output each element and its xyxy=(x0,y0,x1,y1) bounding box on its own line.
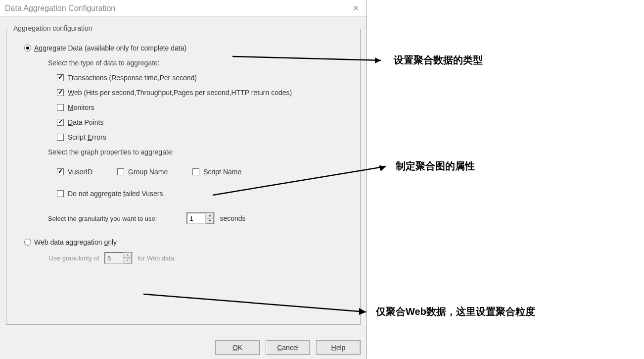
checkbox-failed[interactable]: Do not aggregate failed Vusers xyxy=(57,190,353,198)
props-row: VuserID Group Name Script Name xyxy=(57,161,353,183)
button-bar: OK Cancel Help xyxy=(215,340,361,355)
checkbox-icon[interactable] xyxy=(57,168,64,175)
cancel-button[interactable]: Cancel xyxy=(266,340,310,355)
ok-button[interactable]: OK xyxy=(215,340,260,355)
checkbox-monitors-label: Monitors xyxy=(68,103,94,111)
checkbox-icon[interactable] xyxy=(57,74,64,81)
aggregation-groupbox: Aggregation configuration Aggregate Data… xyxy=(6,29,361,325)
checkbox-groupname-label: Group Name xyxy=(128,168,168,176)
annotation-2: 制定聚合图的属性 xyxy=(396,159,475,173)
granularity-row: Select the granularity you want to use: … xyxy=(48,212,353,224)
web-only-granularity-row: Use granularity of ▲ ▼ for Web data. xyxy=(49,252,353,264)
checkbox-icon[interactable] xyxy=(192,168,199,175)
dialog-window: Data Aggregation Configuration × Aggrega… xyxy=(0,0,367,359)
svg-marker-1 xyxy=(375,57,381,63)
spinner-up-icon: ▲ xyxy=(124,253,132,258)
checkbox-scripterrors[interactable]: Script Errors xyxy=(57,133,353,141)
dialog-title: Data Aggregation Configuration xyxy=(5,4,115,13)
checkbox-datapoints[interactable]: Data Points xyxy=(57,118,353,126)
annotation-3: 仅聚合Web数据，这里设置聚合粒度 xyxy=(376,305,535,318)
close-icon[interactable]: × xyxy=(350,2,362,14)
webonly-spinner: ▲ ▼ xyxy=(104,252,133,264)
spinner-up-icon[interactable]: ▲ xyxy=(206,213,214,218)
checkbox-icon[interactable] xyxy=(57,89,64,96)
checkbox-transactions[interactable]: Transactions (Response time,Per second) xyxy=(57,74,353,82)
failed-row: Do not aggregate failed Vusers xyxy=(57,190,353,198)
checkbox-monitors[interactable]: Monitors xyxy=(57,103,353,111)
props-label: Select the graph properties to aggregate… xyxy=(48,148,353,156)
spinner-down-icon[interactable]: ▼ xyxy=(206,218,214,224)
checkbox-icon[interactable] xyxy=(57,119,64,126)
checkbox-scriptname[interactable]: Script Name xyxy=(192,168,241,176)
spinner-down-icon: ▼ xyxy=(124,258,132,263)
radio-web-only[interactable]: Web data aggregation only xyxy=(24,238,353,246)
checkbox-vuserid[interactable]: VuserID xyxy=(57,168,92,176)
checkbox-icon[interactable] xyxy=(57,134,64,141)
checkbox-icon[interactable] xyxy=(57,190,64,197)
checkbox-web[interactable]: Web (Hits per second,Throughput,Pages pe… xyxy=(57,89,353,97)
webonly-input xyxy=(105,254,123,263)
webonly-suffix: for Web data. xyxy=(138,255,176,262)
type-checklist: Transactions (Response time,Per second) … xyxy=(57,74,353,141)
radio-aggregate-data[interactable]: Aggregate Data (available only for compl… xyxy=(24,44,353,52)
checkbox-scriptname-label: Script Name xyxy=(203,168,241,176)
help-button[interactable]: Help xyxy=(316,340,361,355)
annotation-1: 设置聚合数据的类型 xyxy=(394,53,483,67)
checkbox-failed-label: Do not aggregate failed Vusers xyxy=(68,190,163,198)
webonly-prefix: Use granularity of xyxy=(49,255,99,262)
checkbox-icon[interactable] xyxy=(57,104,64,111)
svg-marker-3 xyxy=(379,165,386,171)
radio-aggregate-label: Aggregate Data (available only for compl… xyxy=(34,44,186,52)
checkbox-icon[interactable] xyxy=(117,168,124,175)
checkbox-groupname[interactable]: Group Name xyxy=(117,168,168,176)
granularity-input[interactable] xyxy=(187,214,205,223)
radio-webonly-label: Web data aggregation only xyxy=(34,238,117,246)
radio-icon[interactable] xyxy=(24,239,31,246)
checkbox-vuserid-label: VuserID xyxy=(68,168,92,176)
granularity-label: Select the granularity you want to use: xyxy=(48,215,157,222)
radio-icon[interactable] xyxy=(24,45,31,51)
groupbox-label: Aggregation configuration xyxy=(11,24,94,32)
checkbox-scripterrors-label: Script Errors xyxy=(68,133,106,141)
type-label: Select the type of data to aggregate: xyxy=(48,59,353,67)
checkbox-web-label: Web (Hits per second,Throughput,Pages pe… xyxy=(68,89,292,97)
seconds-label: seconds xyxy=(220,214,245,222)
checkbox-transactions-label: Transactions (Response time,Per second) xyxy=(68,74,197,82)
checkbox-datapoints-label: Data Points xyxy=(68,118,103,126)
granularity-spinner[interactable]: ▲ ▼ xyxy=(186,212,215,224)
titlebar: Data Aggregation Configuration × xyxy=(0,0,367,17)
